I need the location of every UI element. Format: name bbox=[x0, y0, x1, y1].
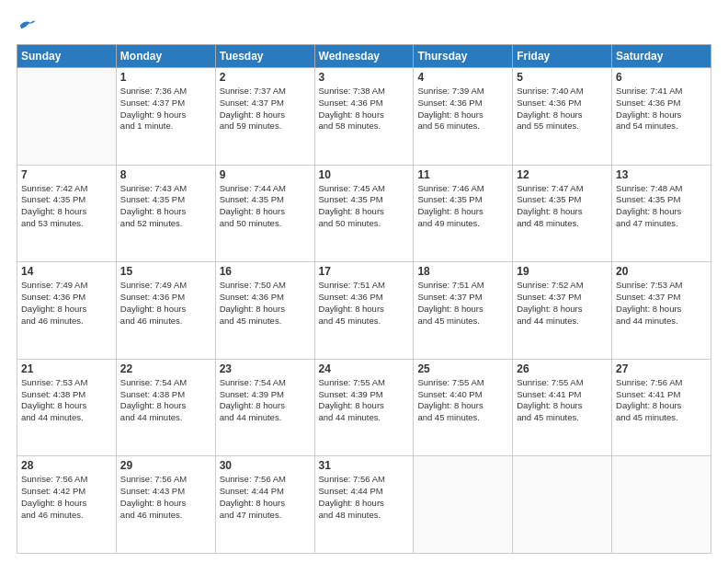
day-number: 7 bbox=[21, 168, 112, 181]
day-info: Sunrise: 7:46 AMSunset: 4:35 PMDaylight:… bbox=[417, 183, 508, 230]
calendar-cell bbox=[612, 456, 711, 554]
day-number: 14 bbox=[21, 265, 112, 278]
day-info: Sunrise: 7:56 AMSunset: 4:41 PMDaylight:… bbox=[616, 377, 707, 424]
weekday-header-monday: Monday bbox=[116, 45, 215, 68]
day-info: Sunrise: 7:38 AMSunset: 4:36 PMDaylight:… bbox=[319, 86, 410, 132]
day-number: 9 bbox=[220, 168, 311, 181]
calendar-cell: 4Sunrise: 7:39 AMSunset: 4:36 PMDaylight… bbox=[414, 68, 513, 166]
calendar-cell: 19Sunrise: 7:52 AMSunset: 4:37 PMDayligh… bbox=[513, 262, 612, 360]
calendar-cell: 13Sunrise: 7:48 AMSunset: 4:35 PMDayligh… bbox=[612, 165, 711, 262]
day-info: Sunrise: 7:55 AMSunset: 4:41 PMDaylight:… bbox=[517, 377, 608, 424]
calendar-cell: 8Sunrise: 7:43 AMSunset: 4:35 PMDaylight… bbox=[116, 165, 215, 262]
calendar-cell: 1Sunrise: 7:36 AMSunset: 4:37 PMDaylight… bbox=[116, 68, 215, 166]
calendar-cell: 20Sunrise: 7:53 AMSunset: 4:37 PMDayligh… bbox=[612, 262, 711, 360]
day-number: 21 bbox=[21, 362, 112, 375]
calendar-cell: 3Sunrise: 7:38 AMSunset: 4:36 PMDaylight… bbox=[314, 68, 414, 166]
calendar-cell: 23Sunrise: 7:54 AMSunset: 4:39 PMDayligh… bbox=[215, 359, 314, 456]
logo-bird-icon bbox=[18, 17, 37, 35]
day-info: Sunrise: 7:43 AMSunset: 4:35 PMDaylight:… bbox=[120, 183, 211, 230]
calendar-cell: 29Sunrise: 7:56 AMSunset: 4:43 PMDayligh… bbox=[116, 456, 215, 554]
calendar-cell: 9Sunrise: 7:44 AMSunset: 4:35 PMDaylight… bbox=[215, 165, 314, 262]
day-info: Sunrise: 7:52 AMSunset: 4:37 PMDaylight:… bbox=[517, 280, 608, 327]
day-number: 5 bbox=[517, 71, 608, 84]
day-info: Sunrise: 7:49 AMSunset: 4:36 PMDaylight:… bbox=[120, 280, 211, 327]
day-info: Sunrise: 7:55 AMSunset: 4:40 PMDaylight:… bbox=[417, 377, 508, 424]
day-info: Sunrise: 7:44 AMSunset: 4:35 PMDaylight:… bbox=[220, 183, 311, 230]
calendar-cell: 18Sunrise: 7:51 AMSunset: 4:37 PMDayligh… bbox=[414, 262, 513, 360]
day-number: 13 bbox=[616, 168, 707, 181]
calendar-cell: 10Sunrise: 7:45 AMSunset: 4:35 PMDayligh… bbox=[314, 165, 414, 262]
calendar-cell: 24Sunrise: 7:55 AMSunset: 4:39 PMDayligh… bbox=[314, 359, 414, 456]
day-number: 22 bbox=[120, 362, 211, 375]
day-number: 26 bbox=[517, 362, 608, 375]
day-info: Sunrise: 7:56 AMSunset: 4:44 PMDaylight:… bbox=[319, 474, 410, 521]
day-number: 15 bbox=[120, 265, 211, 278]
day-info: Sunrise: 7:56 AMSunset: 4:42 PMDaylight:… bbox=[21, 474, 112, 521]
calendar-week-row: 21Sunrise: 7:53 AMSunset: 4:38 PMDayligh… bbox=[17, 359, 711, 456]
day-number: 8 bbox=[120, 168, 211, 181]
day-number: 11 bbox=[417, 168, 508, 181]
day-info: Sunrise: 7:51 AMSunset: 4:36 PMDaylight:… bbox=[319, 280, 410, 327]
day-info: Sunrise: 7:56 AMSunset: 4:43 PMDaylight:… bbox=[120, 474, 211, 521]
day-info: Sunrise: 7:56 AMSunset: 4:44 PMDaylight:… bbox=[220, 474, 311, 521]
day-info: Sunrise: 7:45 AMSunset: 4:35 PMDaylight:… bbox=[319, 183, 410, 230]
day-info: Sunrise: 7:40 AMSunset: 4:36 PMDaylight:… bbox=[517, 86, 608, 132]
calendar-cell: 2Sunrise: 7:37 AMSunset: 4:37 PMDaylight… bbox=[215, 68, 314, 166]
day-number: 4 bbox=[417, 71, 508, 84]
calendar-cell: 27Sunrise: 7:56 AMSunset: 4:41 PMDayligh… bbox=[612, 359, 711, 456]
day-info: Sunrise: 7:39 AMSunset: 4:36 PMDaylight:… bbox=[417, 86, 508, 132]
calendar-cell: 28Sunrise: 7:56 AMSunset: 4:42 PMDayligh… bbox=[17, 456, 117, 554]
calendar-cell: 30Sunrise: 7:56 AMSunset: 4:44 PMDayligh… bbox=[215, 456, 314, 554]
calendar-cell: 25Sunrise: 7:55 AMSunset: 4:40 PMDayligh… bbox=[414, 359, 513, 456]
day-number: 25 bbox=[417, 362, 508, 375]
day-info: Sunrise: 7:54 AMSunset: 4:39 PMDaylight:… bbox=[220, 377, 311, 424]
day-number: 28 bbox=[21, 459, 112, 472]
calendar-week-row: 14Sunrise: 7:49 AMSunset: 4:36 PMDayligh… bbox=[17, 262, 711, 360]
day-number: 19 bbox=[517, 265, 608, 278]
day-number: 24 bbox=[319, 362, 410, 375]
calendar-cell: 7Sunrise: 7:42 AMSunset: 4:35 PMDaylight… bbox=[17, 165, 117, 262]
calendar-week-row: 7Sunrise: 7:42 AMSunset: 4:35 PMDaylight… bbox=[17, 165, 711, 262]
day-number: 10 bbox=[319, 168, 410, 181]
calendar-cell: 21Sunrise: 7:53 AMSunset: 4:38 PMDayligh… bbox=[17, 359, 117, 456]
calendar-cell: 11Sunrise: 7:46 AMSunset: 4:35 PMDayligh… bbox=[414, 165, 513, 262]
day-number: 1 bbox=[120, 71, 211, 84]
calendar-cell: 5Sunrise: 7:40 AMSunset: 4:36 PMDaylight… bbox=[513, 68, 612, 166]
day-info: Sunrise: 7:49 AMSunset: 4:36 PMDaylight:… bbox=[21, 280, 112, 327]
weekday-header-sunday: Sunday bbox=[17, 45, 117, 68]
calendar-cell: 26Sunrise: 7:55 AMSunset: 4:41 PMDayligh… bbox=[513, 359, 612, 456]
calendar-cell bbox=[17, 68, 117, 166]
day-info: Sunrise: 7:37 AMSunset: 4:37 PMDaylight:… bbox=[220, 86, 311, 132]
day-info: Sunrise: 7:54 AMSunset: 4:38 PMDaylight:… bbox=[120, 377, 211, 424]
day-info: Sunrise: 7:51 AMSunset: 4:37 PMDaylight:… bbox=[417, 280, 508, 327]
day-info: Sunrise: 7:53 AMSunset: 4:38 PMDaylight:… bbox=[21, 377, 112, 424]
calendar-cell: 6Sunrise: 7:41 AMSunset: 4:36 PMDaylight… bbox=[612, 68, 711, 166]
day-number: 30 bbox=[220, 459, 311, 472]
calendar-cell: 12Sunrise: 7:47 AMSunset: 4:35 PMDayligh… bbox=[513, 165, 612, 262]
calendar-week-row: 1Sunrise: 7:36 AMSunset: 4:37 PMDaylight… bbox=[17, 68, 711, 166]
day-info: Sunrise: 7:47 AMSunset: 4:35 PMDaylight:… bbox=[517, 183, 608, 230]
calendar-cell: 14Sunrise: 7:49 AMSunset: 4:36 PMDayligh… bbox=[17, 262, 117, 360]
day-number: 18 bbox=[417, 265, 508, 278]
day-info: Sunrise: 7:36 AMSunset: 4:37 PMDaylight:… bbox=[120, 86, 211, 132]
calendar-cell bbox=[414, 456, 513, 554]
day-number: 12 bbox=[517, 168, 608, 181]
weekday-header-wednesday: Wednesday bbox=[314, 45, 414, 68]
calendar-cell: 17Sunrise: 7:51 AMSunset: 4:36 PMDayligh… bbox=[314, 262, 414, 360]
header bbox=[17, 17, 711, 35]
calendar-page: SundayMondayTuesdayWednesdayThursdayFrid… bbox=[0, 0, 728, 563]
day-info: Sunrise: 7:42 AMSunset: 4:35 PMDaylight:… bbox=[21, 183, 112, 230]
day-number: 3 bbox=[319, 71, 410, 84]
calendar-cell: 16Sunrise: 7:50 AMSunset: 4:36 PMDayligh… bbox=[215, 262, 314, 360]
day-number: 20 bbox=[616, 265, 707, 278]
calendar-table: SundayMondayTuesdayWednesdayThursdayFrid… bbox=[17, 44, 711, 554]
day-number: 17 bbox=[319, 265, 410, 278]
weekday-header-saturday: Saturday bbox=[612, 45, 711, 68]
day-info: Sunrise: 7:50 AMSunset: 4:36 PMDaylight:… bbox=[220, 280, 311, 327]
day-number: 2 bbox=[220, 71, 311, 84]
logo bbox=[17, 17, 37, 35]
day-number: 31 bbox=[319, 459, 410, 472]
day-number: 23 bbox=[220, 362, 311, 375]
day-info: Sunrise: 7:55 AMSunset: 4:39 PMDaylight:… bbox=[319, 377, 410, 424]
day-number: 29 bbox=[120, 459, 211, 472]
